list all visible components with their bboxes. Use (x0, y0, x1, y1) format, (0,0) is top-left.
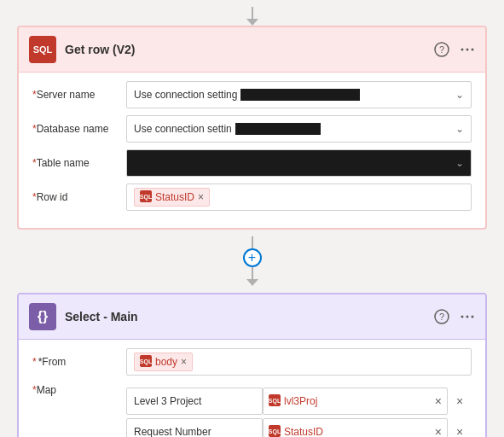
from-row: **From SQL body × (32, 348, 472, 376)
map-table: SQLlvl3Proj××SQLStatusID××SQLEntryUserNa… (126, 386, 472, 437)
status-id-token-text: StatusID (155, 191, 194, 203)
status-id-token: SQL StatusID × (134, 188, 210, 207)
row-id-control: SQL StatusID × (126, 184, 472, 211)
top-connector (0, 0, 504, 26)
table-arrow-icon: ⌄ (455, 157, 464, 169)
map-token-text: lvl3Proj (284, 395, 432, 407)
from-control: SQL body × (126, 348, 472, 376)
map-key-cell (126, 417, 263, 437)
database-text: Use connection settin (134, 123, 452, 136)
map-val-token[interactable]: SQLlvl3Proj× (263, 387, 448, 415)
map-actions-cell: × (448, 417, 472, 437)
svg-text:SQL: SQL (140, 358, 152, 365)
map-key-cell (126, 386, 263, 417)
map-val-cell: SQLlvl3Proj× (263, 386, 448, 417)
map-key-input[interactable] (126, 387, 263, 415)
mid-line-2 (252, 267, 253, 279)
get-row-title: Get row (V2) (65, 43, 434, 56)
get-row-header: SQL Get row (V2) ? (19, 27, 485, 73)
database-arrow-icon: ⌄ (455, 123, 464, 135)
connector-arrow (246, 19, 258, 26)
database-name-row: *Database name Use connection settin ⌄ (32, 115, 472, 143)
table-label: *Table name (32, 157, 126, 169)
map-table-row: SQLlvl3Proj×× (126, 386, 472, 417)
svg-text:SQL: SQL (269, 428, 281, 435)
select-header-actions: ? (434, 309, 475, 324)
middle-connector: + (0, 230, 504, 293)
get-row-body: *Server name Use connection setting ⌄ *D… (19, 73, 485, 228)
body-token-text: body (155, 356, 177, 368)
select-help-button[interactable]: ? (434, 309, 449, 324)
help-button[interactable]: ? (434, 42, 449, 57)
map-val-token[interactable]: SQLStatusID× (263, 418, 448, 437)
server-name-row: *Server name Use connection setting ⌄ (32, 81, 472, 108)
map-token-remove[interactable]: × (435, 425, 442, 437)
svg-point-4 (472, 49, 474, 51)
body-token-icon: SQL (140, 355, 152, 369)
row-id-row: *Row id SQL StatusID × (32, 184, 472, 211)
svg-text:SQL: SQL (140, 194, 152, 201)
mid-arrow (246, 279, 258, 286)
server-text: Use connection setting (134, 89, 452, 102)
select-title: Select - Main (65, 310, 434, 323)
database-control: Use connection settin ⌄ (126, 115, 472, 143)
database-label: *Database name (32, 123, 126, 135)
server-control: Use connection setting ⌄ (126, 81, 472, 108)
table-name-row: *Table name ⌄ (32, 149, 472, 177)
server-redacted (240, 89, 360, 101)
add-step-button[interactable]: + (243, 248, 262, 267)
svg-point-9 (461, 316, 464, 318)
map-row: *Map SQLlvl3Proj××SQLStatusID××SQLEntryU… (32, 384, 472, 437)
map-label: *Map (32, 384, 126, 396)
body-token: SQL body × (134, 353, 193, 371)
server-label: *Server name (32, 89, 126, 101)
mid-line-1 (252, 236, 253, 248)
map-row-remove-icon[interactable]: × (456, 425, 463, 437)
get-row-card: SQL Get row (V2) ? *Server name Use conn… (17, 26, 487, 230)
svg-point-2 (461, 49, 464, 51)
select-body: **From SQL body × *Map (19, 340, 485, 437)
svg-text:?: ? (439, 312, 444, 322)
more-options-button[interactable] (460, 42, 475, 57)
map-val-cell: SQLStatusID× (263, 417, 448, 437)
connector-line (252, 7, 253, 19)
select-header: {} Select - Main ? (19, 294, 485, 340)
from-label: **From (32, 356, 126, 368)
row-id-label: *Row id (32, 191, 126, 203)
sql-icon: SQL (29, 36, 56, 63)
map-token-text: StatusID (284, 426, 432, 437)
header-actions: ? (434, 42, 475, 57)
server-arrow-icon: ⌄ (455, 89, 464, 101)
table-dropdown[interactable]: ⌄ (126, 149, 472, 177)
table-control: ⌄ (126, 149, 472, 177)
map-control: SQLlvl3Proj××SQLStatusID××SQLEntryUserNa… (126, 384, 472, 437)
map-key-input[interactable] (126, 418, 263, 437)
map-token-remove[interactable]: × (435, 394, 442, 408)
select-main-card: {} Select - Main ? **From SQL (17, 293, 487, 437)
body-token-remove[interactable]: × (181, 357, 187, 367)
database-dropdown[interactable]: Use connection settin ⌄ (126, 115, 472, 143)
select-icon: {} (29, 303, 56, 330)
map-token-icon: SQL (269, 425, 281, 438)
map-token-icon: SQL (269, 394, 281, 409)
select-more-button[interactable] (460, 309, 475, 324)
svg-point-3 (466, 49, 469, 51)
map-actions-cell: × (448, 386, 472, 417)
from-token-control[interactable]: SQL body × (126, 348, 472, 376)
db-redacted (235, 123, 321, 135)
server-dropdown[interactable]: Use connection setting ⌄ (126, 81, 472, 108)
map-row-remove-icon[interactable]: × (456, 394, 463, 408)
status-id-remove[interactable]: × (198, 192, 204, 202)
token-sql-icon: SQL (140, 190, 152, 204)
svg-point-10 (466, 316, 469, 318)
row-id-token-control[interactable]: SQL StatusID × (126, 184, 472, 211)
svg-point-11 (472, 316, 474, 318)
svg-text:SQL: SQL (269, 398, 281, 405)
map-table-row: SQLStatusID×× (126, 417, 472, 437)
svg-text:?: ? (439, 44, 444, 55)
